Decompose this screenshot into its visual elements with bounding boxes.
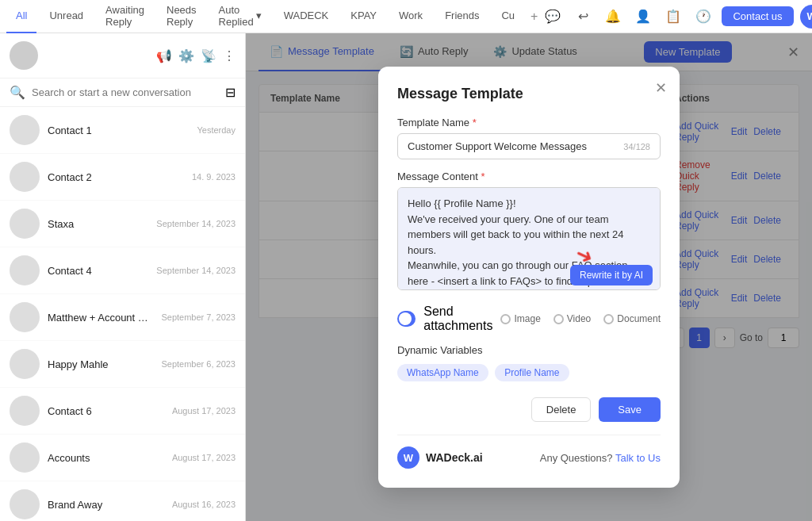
- chat-time: September 14, 2023: [156, 219, 236, 228]
- avatar: [10, 302, 40, 332]
- chat-time: September 14, 2023: [156, 266, 236, 275]
- radio-circle: [500, 314, 511, 324]
- avatar: [10, 349, 40, 379]
- nav-icon-group: 💬 ↩ 🔔 👤 📋 🕐 Contact us W: [541, 5, 812, 29]
- list-item[interactable]: Contact 2 14. 9. 2023: [0, 154, 245, 201]
- template-name-input-wrapper: 34/128: [397, 133, 661, 159]
- nav-tab-all[interactable]: All: [6, 0, 36, 33]
- nav-tab-work[interactable]: Work: [389, 0, 432, 33]
- avatar: [10, 162, 40, 192]
- chat-name: Staxa: [48, 218, 148, 230]
- message-content-label: Message Content *: [397, 170, 661, 182]
- save-template-button[interactable]: Save: [599, 397, 661, 422]
- chat-info: Contact 1: [48, 125, 189, 136]
- list-item[interactable]: Contact 4 September 14, 2023: [0, 247, 245, 294]
- list-item[interactable]: Accounts August 17, 2023: [0, 435, 245, 481]
- user-avatar[interactable]: W: [800, 5, 812, 29]
- chat-icon[interactable]: 💬: [541, 5, 565, 29]
- nav-tab-wadeck[interactable]: WADECK: [274, 0, 339, 33]
- add-tab-button[interactable]: +: [530, 7, 538, 26]
- video-option[interactable]: Video: [553, 313, 591, 324]
- delete-template-button[interactable]: Delete: [531, 397, 592, 422]
- sidebar: 📢 ⚙️ 📡 ⋮ 🔍 ⊟ Contact 1 Yesterday: [0, 33, 246, 521]
- required-indicator: *: [473, 117, 477, 128]
- char-count: 34/128: [623, 142, 650, 151]
- top-navigation: All Unread Awaiting Reply Needs Reply Au…: [0, 0, 812, 33]
- chat-info: Contact 6: [48, 405, 164, 417]
- message-content-wrapper: ➜ Rewrite it by AI: [397, 187, 661, 293]
- dynamic-var-chips-container: WhatsApp Name Profile Name: [397, 361, 661, 385]
- chat-name: Contact 2: [48, 171, 184, 183]
- nav-tab-autoreplied[interactable]: Auto Replied ▾: [209, 0, 271, 33]
- template-name-label: Template Name *: [397, 117, 661, 128]
- modal-overlay[interactable]: Message Template ✕ Template Name * 34/12…: [246, 33, 812, 521]
- dynamic-var-chip-profile[interactable]: Profile Name: [495, 364, 569, 381]
- rewrite-ai-button[interactable]: Rewrite it by AI: [570, 265, 653, 285]
- chat-time: August 17, 2023: [172, 453, 236, 462]
- search-bar: 🔍 ⊟: [0, 79, 245, 107]
- brand-name: WADeck.ai: [426, 451, 483, 464]
- image-option[interactable]: Image: [500, 313, 540, 324]
- required-indicator2: *: [481, 170, 485, 182]
- toggle-knob: [399, 312, 412, 325]
- chat-time: September 7, 2023: [161, 312, 236, 322]
- nav-tab-kpay[interactable]: KPAY: [341, 0, 386, 33]
- chat-info: Contact 2: [48, 171, 184, 183]
- chat-name: Accounts: [48, 452, 164, 464]
- dynamic-variables-section: Dynamic Variables WhatsApp Name Profile …: [397, 344, 661, 385]
- list-item[interactable]: Happy Mahle September 6, 2023: [0, 341, 245, 388]
- nav-tab-unread[interactable]: Unread: [40, 0, 93, 33]
- filter-icon[interactable]: ⊟: [225, 85, 236, 100]
- avatar: [10, 396, 40, 426]
- chat-info: Accounts: [48, 452, 164, 464]
- modal-title: Message Template: [397, 86, 661, 102]
- chat-time: September 6, 2023: [161, 359, 236, 369]
- list-item[interactable]: Matthew + Account Reps September 7, 2023: [0, 294, 245, 341]
- chat-name: Happy Mahle: [48, 358, 153, 370]
- chat-time: August 16, 2023: [172, 500, 236, 509]
- broadcast-icon[interactable]: 📡: [201, 48, 216, 63]
- brand-link: Any Questions? Talk to Us: [540, 452, 661, 464]
- send-attachments-row: Send attachments Image Video Document: [397, 305, 661, 333]
- brand-logo: W: [397, 446, 419, 469]
- contact-us-button[interactable]: Contact us: [722, 6, 793, 26]
- notes-icon[interactable]: 📋: [661, 5, 685, 29]
- chat-time: August 17, 2023: [172, 406, 236, 416]
- chat-name: Matthew + Account Reps: [48, 312, 153, 324]
- chat-info: Contact 4: [48, 265, 148, 277]
- list-item[interactable]: Contact 1 Yesterday: [0, 107, 245, 154]
- send-attachments-toggle[interactable]: [397, 311, 416, 327]
- chat-info: Staxa: [48, 218, 148, 230]
- chat-name: Contact 6: [48, 405, 164, 417]
- modal-brand-footer: W WADeck.ai Any Questions? Talk to Us: [397, 435, 661, 469]
- list-item[interactable]: Brand Away August 16, 2023: [0, 481, 245, 521]
- clock-icon[interactable]: 🕐: [691, 5, 715, 29]
- settings-icon[interactable]: ⚙️: [178, 48, 194, 63]
- bell-icon[interactable]: 🔔: [601, 5, 625, 29]
- dynamic-var-chip-whatsapp[interactable]: WhatsApp Name: [397, 364, 488, 381]
- chat-name: Contact 1: [48, 125, 189, 136]
- reply-icon[interactable]: ↩: [571, 5, 595, 29]
- document-option[interactable]: Document: [603, 313, 661, 324]
- main-layout: 📢 ⚙️ 📡 ⋮ 🔍 ⊟ Contact 1 Yesterday: [0, 33, 812, 521]
- radio-circle: [553, 314, 564, 324]
- nav-tab-awaiting[interactable]: Awaiting Reply: [96, 0, 154, 33]
- chat-info: Matthew + Account Reps: [48, 312, 153, 324]
- person-icon[interactable]: 👤: [631, 5, 655, 29]
- list-item[interactable]: Staxa September 14, 2023: [0, 201, 245, 247]
- more-icon[interactable]: ⋮: [223, 48, 236, 63]
- search-input[interactable]: [32, 86, 219, 98]
- search-icon: 🔍: [10, 85, 25, 100]
- sidebar-profile-avatar: [10, 41, 38, 70]
- template-name-field[interactable]: [408, 140, 623, 152]
- talk-to-us-link[interactable]: Talk to Us: [615, 452, 661, 464]
- chat-time: Yesterday: [197, 125, 236, 135]
- nav-tab-friends[interactable]: Friends: [435, 0, 488, 33]
- modal-close-button[interactable]: ✕: [655, 79, 667, 97]
- avatar: [10, 115, 40, 145]
- nav-tab-needs[interactable]: Needs Reply: [157, 0, 206, 33]
- nav-tab-cu[interactable]: Cu: [492, 0, 524, 33]
- chat-time: 14. 9. 2023: [192, 172, 236, 182]
- list-item[interactable]: Contact 6 August 17, 2023: [0, 388, 245, 435]
- megaphone-icon[interactable]: 📢: [156, 48, 172, 63]
